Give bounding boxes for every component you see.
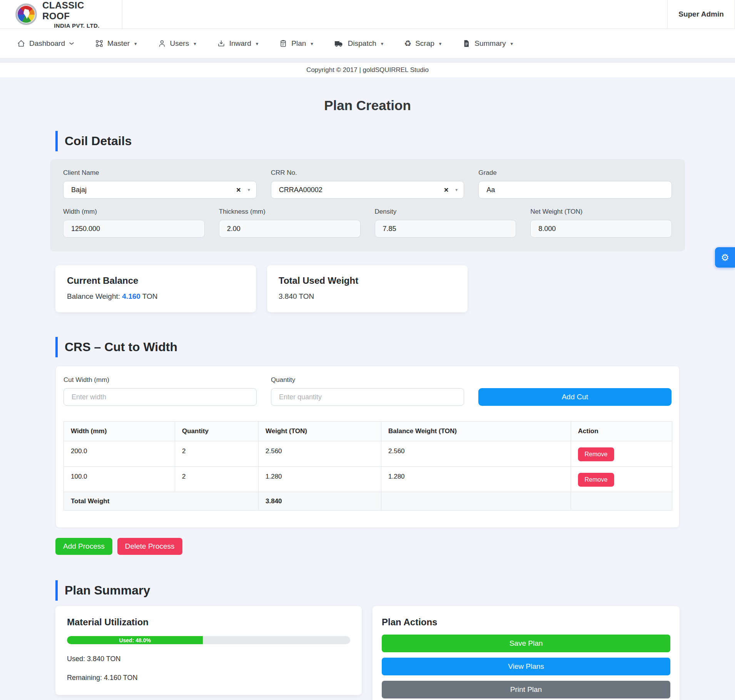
nav-summary[interactable]: Summary ▾ xyxy=(462,39,513,48)
crs-heading: CRS – Cut to Width xyxy=(55,337,685,357)
brand-subtitle: INDIA PVT. LTD. xyxy=(54,22,100,29)
transform-icon xyxy=(95,39,104,48)
recycle-icon: ♻ xyxy=(404,40,411,48)
nav-dispatch[interactable]: Dispatch ▾ xyxy=(334,39,383,48)
remove-cut-button[interactable]: Remove xyxy=(578,447,614,461)
clear-icon[interactable]: × xyxy=(440,186,453,194)
caret-down-icon: ▾ xyxy=(194,41,196,47)
dropdown-arrow-icon[interactable]: ▾ xyxy=(245,187,250,193)
col-header-weight: Weight (TON) xyxy=(259,422,381,441)
save-plan-button[interactable]: Save Plan xyxy=(382,635,670,652)
utilization-progress-bar: Used: 48.0% xyxy=(67,636,350,644)
plan-actions-title: Plan Actions xyxy=(382,617,670,628)
clear-icon[interactable]: × xyxy=(232,186,245,194)
app-header: CLASSIC ROOF INDIA PVT. LTD. Super Admin xyxy=(0,0,735,29)
used-line: Used: 3.840 TON xyxy=(67,655,350,663)
crr-no-label: CRR No. xyxy=(271,169,464,177)
total-row: Total Weight 3.840 xyxy=(64,492,672,511)
user-menu[interactable]: Super Admin xyxy=(667,0,735,28)
company-logo xyxy=(15,3,37,25)
density-field[interactable]: 7.85 xyxy=(375,220,516,238)
net-weight-field[interactable]: 8.000 xyxy=(530,220,672,238)
nav-inward[interactable]: Inward ▾ xyxy=(217,39,259,48)
crs-card: Cut Width (mm) Quantity Add Cut Width (m… xyxy=(55,366,680,528)
cut-width-input-wrap xyxy=(63,388,257,406)
current-balance-title: Current Balance xyxy=(67,275,244,286)
nav-scrap[interactable]: ♻ Scrap ▾ xyxy=(404,39,441,48)
grade-label: Grade xyxy=(478,169,672,177)
material-utilization-card: Material Utilization Used: 48.0% Used: 3… xyxy=(55,606,362,695)
view-plans-button[interactable]: View Plans xyxy=(382,658,670,675)
print-plan-button[interactable]: Print Plan xyxy=(382,681,670,698)
col-header-width: Width (mm) xyxy=(64,422,175,441)
quantity-input-wrap xyxy=(271,388,464,406)
cut-width-input[interactable] xyxy=(72,393,249,401)
balance-weight-value: 4.160 xyxy=(122,292,140,300)
plan-actions-card: Plan Actions Save Plan View Plans Print … xyxy=(373,606,680,700)
nav-dashboard[interactable]: Dashboard xyxy=(17,39,74,48)
width-field[interactable]: 1250.000 xyxy=(63,220,205,238)
divider xyxy=(0,59,735,63)
density-label: Density xyxy=(375,208,516,216)
copyright-bar: Copyright © 2017 | goldSQUIRREL Studio xyxy=(0,63,735,78)
dropdown-arrow-icon[interactable]: ▾ xyxy=(452,187,458,193)
col-header-quantity: Quantity xyxy=(175,422,259,441)
width-label: Width (mm) xyxy=(63,208,205,216)
caret-down-icon: ▾ xyxy=(511,41,513,47)
brand-block: CLASSIC ROOF INDIA PVT. LTD. xyxy=(0,0,122,28)
grade-field[interactable]: Aa xyxy=(478,181,672,199)
quantity-input[interactable] xyxy=(279,393,456,401)
thickness-field[interactable]: 2.00 xyxy=(219,220,361,238)
current-balance-card: Current Balance Balance Weight: 4.160 TO… xyxy=(55,265,256,312)
client-name-select[interactable]: Bajaj × ▾ xyxy=(63,181,257,199)
main-nav: Dashboard Master ▾ Users ▾ Inward ▾ Plan… xyxy=(0,29,735,59)
nav-master[interactable]: Master ▾ xyxy=(95,39,137,48)
cuts-table: Width (mm) Quantity Weight (TON) Balance… xyxy=(63,421,672,511)
progress-fill: Used: 48.0% xyxy=(67,636,203,644)
caret-down-icon: ▾ xyxy=(439,41,442,47)
chevron-down-icon xyxy=(69,42,74,45)
col-header-balance: Balance Weight (TON) xyxy=(381,422,571,441)
total-weight-value: 3.840 xyxy=(259,492,381,511)
nav-users[interactable]: Users ▾ xyxy=(158,39,196,48)
col-header-action: Action xyxy=(571,422,672,441)
delete-process-button[interactable]: Delete Process xyxy=(117,538,182,555)
caret-down-icon: ▾ xyxy=(381,41,384,47)
quantity-label: Quantity xyxy=(271,376,464,384)
inward-tray-icon xyxy=(217,39,226,48)
clipboard-icon xyxy=(279,39,287,48)
total-used-value: 3.840 TON xyxy=(279,292,456,301)
crr-no-select[interactable]: CRRAA00002 × ▾ xyxy=(271,181,464,199)
thickness-label: Thickness (mm) xyxy=(219,208,361,216)
gear-icon: ⚙ xyxy=(721,253,729,262)
cut-width-label: Cut Width (mm) xyxy=(63,376,257,384)
document-icon xyxy=(462,39,471,48)
remaining-line: Remaining: 4.160 TON xyxy=(67,674,350,682)
caret-down-icon: ▾ xyxy=(256,41,259,47)
material-utilization-title: Material Utilization xyxy=(67,617,350,628)
balance-weight-label: Balance Weight: xyxy=(67,292,122,300)
caret-down-icon: ▾ xyxy=(311,41,313,47)
page-title: Plan Creation xyxy=(50,98,685,113)
add-process-button[interactable]: Add Process xyxy=(55,538,112,555)
settings-fab[interactable]: ⚙ xyxy=(715,247,735,268)
net-weight-label: Net Weight (TON) xyxy=(530,208,672,216)
coil-details-heading: Coil Details xyxy=(55,131,685,151)
add-cut-button[interactable]: Add Cut xyxy=(478,388,672,406)
table-row: 100.0 2 1.280 1.280 Remove xyxy=(64,467,672,492)
brand-name: CLASSIC ROOF xyxy=(42,0,111,22)
coil-details-panel: Client Name Bajaj × ▾ CRR No. CRRAA00002… xyxy=(50,159,685,251)
total-weight-label: Total Weight xyxy=(64,492,259,511)
remove-cut-button[interactable]: Remove xyxy=(578,473,614,487)
truck-icon xyxy=(334,39,344,48)
caret-down-icon: ▾ xyxy=(134,41,137,47)
client-name-label: Client Name xyxy=(63,169,257,177)
table-row: 200.0 2 2.560 2.560 Remove xyxy=(64,441,672,467)
plan-summary-heading: Plan Summary xyxy=(55,580,685,601)
home-icon xyxy=(17,39,25,48)
total-used-card: Total Used Weight 3.840 TON xyxy=(267,265,468,312)
total-used-title: Total Used Weight xyxy=(279,275,456,286)
nav-plan[interactable]: Plan ▾ xyxy=(279,39,313,48)
user-icon xyxy=(158,39,166,48)
